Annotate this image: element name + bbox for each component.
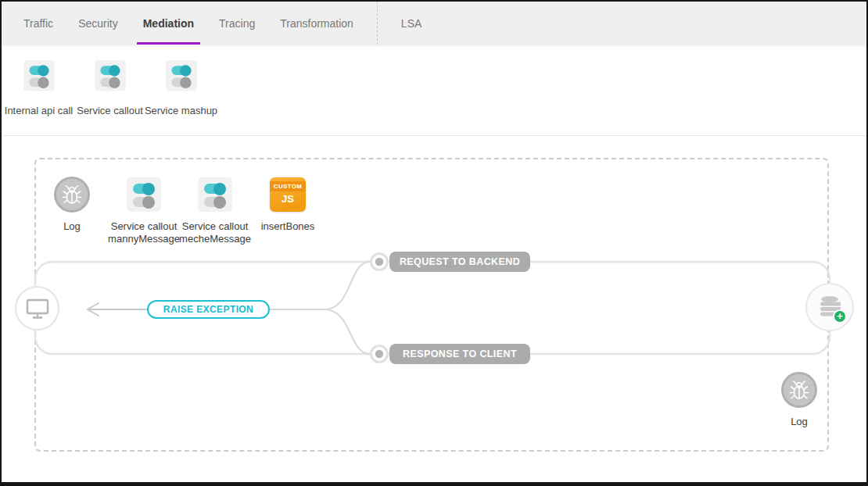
monitor-icon — [24, 297, 51, 320]
bug-icon — [789, 379, 809, 401]
policy-label-line1: Service callout — [111, 220, 178, 232]
policy-label-line2: mecheMessage — [179, 233, 251, 245]
policy-label-log-bottom: Log — [768, 416, 830, 428]
tab-lsa[interactable]: LSA — [389, 2, 434, 45]
raise-exception-button[interactable]: RAISE EXCEPTION — [147, 300, 270, 319]
response-node-circle — [371, 346, 388, 363]
log-policy-icon — [54, 177, 90, 213]
mediation-canvas: + REQUEST TO BACKEND RESPONSE TO CLIENT … — [2, 136, 866, 482]
policy-label-log-top: Log — [41, 220, 103, 233]
request-node-circle — [371, 254, 388, 270]
tab-security[interactable]: Security — [66, 2, 131, 45]
add-backend-icon[interactable]: + — [833, 309, 847, 323]
palette-item-service-callout[interactable]: Service callout — [74, 60, 145, 135]
policy-log-top[interactable] — [54, 177, 90, 213]
request-to-backend-label[interactable]: REQUEST TO BACKEND — [389, 252, 530, 272]
toggle-switch-icon — [166, 60, 197, 91]
palette-item-label: Internal api call — [5, 105, 73, 116]
client-endpoint[interactable] — [15, 286, 59, 331]
custom-js-icon: CUSTOM JS — [270, 177, 306, 212]
policy-log-bottom[interactable] — [781, 372, 817, 408]
toggle-switch-icon — [95, 60, 126, 91]
tab-separator — [377, 2, 378, 45]
custom-js-badge-bottom: JS — [282, 193, 294, 205]
tab-traffic[interactable]: Traffic — [11, 2, 66, 45]
toggle-switch-icon — [198, 177, 232, 212]
policy-label-line1: Service callout — [182, 220, 249, 232]
policy-service-callout-meche[interactable] — [198, 177, 232, 212]
app-window: Traffic Security Mediation Tracing Trans… — [0, 0, 868, 486]
policy-insert-bones[interactable]: CUSTOM JS — [270, 177, 306, 212]
tab-bar: Traffic Security Mediation Tracing Trans… — [2, 2, 866, 45]
tab-tracing[interactable]: Tracing — [206, 2, 267, 45]
toggle-switch-icon — [127, 177, 161, 212]
palette-item-service-mashup[interactable]: Service mashup — [145, 60, 217, 135]
custom-js-badge-top: CUSTOM — [270, 181, 306, 191]
policy-label-callout-meche: Service callout mecheMessage — [172, 220, 258, 245]
bug-icon — [62, 184, 82, 205]
tab-transformation[interactable]: Transformation — [267, 2, 366, 45]
log-policy-icon — [781, 372, 817, 408]
policy-label-line2: mannyMessage — [108, 233, 180, 245]
palette-item-label: Service callout — [77, 105, 143, 116]
palette-item-internal-api-call[interactable]: Internal api call — [3, 60, 74, 135]
toggle-switch-icon — [23, 60, 55, 91]
tab-mediation[interactable]: Mediation — [131, 2, 206, 45]
policy-service-callout-manny[interactable] — [127, 177, 161, 212]
policy-label-insert-bones: insertBones — [249, 220, 327, 233]
raise-exception-connector — [88, 303, 147, 316]
response-to-client-label[interactable]: RESPONSE TO CLIENT — [389, 344, 530, 364]
policy-palette: Internal api call Service callout Servic… — [2, 45, 866, 136]
palette-item-label: Service mashup — [145, 105, 217, 116]
fork-connector — [270, 262, 370, 354]
backend-endpoint[interactable]: + — [805, 283, 854, 331]
